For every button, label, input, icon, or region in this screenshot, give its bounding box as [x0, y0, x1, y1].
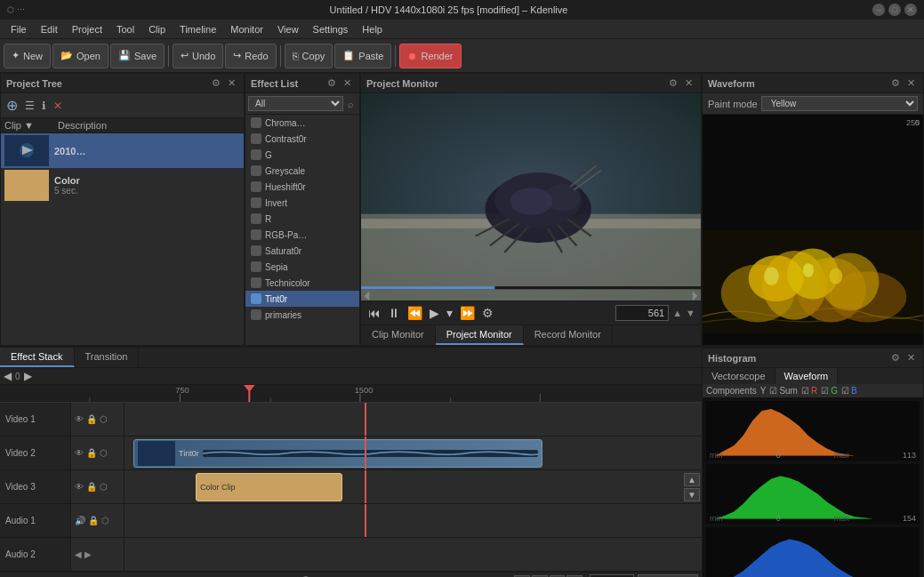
effect-hueshift[interactable]: Hueshift0r — [245, 179, 359, 195]
waveform-options-icon[interactable]: ⚙ — [888, 76, 903, 90]
comp-sum-check[interactable]: ☑ Sum — [769, 386, 798, 396]
waveform-tab[interactable]: Waveform — [775, 368, 839, 384]
paint-mode-select[interactable]: Yellow Green White — [761, 96, 918, 111]
v3-comp-btn[interactable]: ⬡ — [100, 482, 108, 492]
new-button[interactable]: ✦ New — [4, 44, 51, 68]
tl-next-button[interactable]: ▶ — [24, 370, 32, 382]
menu-monitor[interactable]: Monitor — [223, 22, 270, 36]
timecode-spinup[interactable]: ▲ — [672, 308, 682, 318]
comp-g-cb: ☑ — [821, 386, 829, 396]
menu-timeline[interactable]: Timeline — [173, 22, 223, 36]
waveform-close-icon[interactable]: ✕ — [904, 76, 918, 90]
menu-settings[interactable]: Settings — [306, 22, 356, 36]
effect-rgbpa[interactable]: RGB-Pa… — [245, 227, 359, 243]
save-button[interactable]: 💾 Save — [110, 44, 165, 68]
comp-b-check[interactable]: ☑ B — [841, 386, 857, 396]
effect-tint0r[interactable]: Tint0r — [245, 291, 359, 307]
transition-tab[interactable]: Transition — [75, 348, 140, 367]
clip-row-video[interactable]: 2010… — [1, 133, 244, 168]
histogram-close-icon[interactable]: ✕ — [904, 351, 918, 365]
effect-sepia[interactable]: Sepia — [245, 259, 359, 275]
v1-lock-btn[interactable]: 🔒 — [86, 414, 97, 424]
play-dropdown[interactable]: ▾ — [445, 304, 454, 322]
menu-file[interactable]: File — [4, 22, 34, 36]
v2-lock-btn[interactable]: 🔒 — [86, 448, 97, 458]
properties-icon[interactable]: ℹ — [39, 99, 49, 113]
v3-mute-btn[interactable]: 👁 — [75, 482, 84, 492]
a1-mute-btn[interactable]: 🔊 — [75, 516, 85, 525]
step-back-button[interactable]: ⏸ — [386, 304, 402, 322]
undo-button[interactable]: ↩ Undo — [173, 44, 223, 68]
maximize-button[interactable]: □ — [888, 4, 901, 16]
close-button[interactable]: ✕ — [904, 4, 917, 16]
menu-tool[interactable]: Tool — [109, 22, 141, 36]
add-clip-button[interactable]: ⊕ — [4, 96, 20, 115]
record-monitor-tab[interactable]: Record Monitor — [524, 325, 613, 345]
effect-invert[interactable]: Invert — [245, 195, 359, 211]
open-button[interactable]: 📂 Open — [52, 44, 108, 68]
effect-search-icon[interactable]: ⌕ — [345, 98, 357, 110]
effect-technicolor[interactable]: Technicolor — [245, 275, 359, 291]
effect-greyscale[interactable]: Greyscale — [245, 163, 359, 179]
comp-y-check[interactable]: Y — [760, 386, 767, 396]
menu-help[interactable]: Help — [355, 22, 390, 36]
filter-icon[interactable]: ☰ — [22, 99, 37, 113]
copy-button[interactable]: ⎘ Copy — [285, 44, 333, 68]
scroll-down-btn[interactable]: ▼ — [684, 488, 700, 501]
effect-chroma[interactable]: Chroma… — [245, 115, 359, 131]
v1-mute-btn[interactable]: 👁 — [75, 414, 84, 424]
a2-exp-btn[interactable]: ▶ — [84, 549, 92, 559]
v2-mute-btn[interactable]: 👁 — [75, 448, 84, 458]
a2-col-btn[interactable]: ◀ — [75, 549, 82, 559]
comp-g-check[interactable]: ☑ G — [821, 386, 838, 396]
clip-monitor-tab[interactable]: Clip Monitor — [361, 325, 436, 345]
a1-comp-btn[interactable]: ⬡ — [101, 516, 109, 525]
timeline-ruler[interactable]: 750 1500 — [0, 385, 702, 403]
effect-primaries[interactable]: primaries — [245, 307, 359, 323]
go-start-button[interactable]: ⏮ — [366, 304, 382, 322]
menu-edit[interactable]: Edit — [34, 22, 65, 36]
effect-filter-select[interactable]: All Video Audio — [248, 96, 343, 111]
effect-contrast0r[interactable]: Contrast0r — [245, 131, 359, 147]
comp-r-check[interactable]: ☑ R — [801, 386, 817, 396]
step-forward-button[interactable]: ⏩ — [458, 304, 477, 322]
panel-options-icon[interactable]: ⚙ — [209, 76, 223, 90]
menu-project[interactable]: Project — [65, 22, 109, 36]
project-tree-header: Project Tree ⚙ ✕ — [1, 74, 244, 93]
clip-row-color[interactable]: Color 5 sec. — [1, 168, 244, 203]
render-button[interactable]: ⏺ Render — [399, 44, 461, 68]
vectorscope-tab[interactable]: Vectorscope — [703, 368, 775, 384]
monitor-options-icon[interactable]: ⚙ — [666, 76, 680, 90]
v3-lock-btn[interactable]: 🔒 — [86, 482, 97, 492]
monitor-close-icon[interactable]: ✕ — [682, 76, 695, 90]
v1-comp-btn[interactable]: ⬡ — [100, 414, 108, 424]
histogram-options-icon[interactable]: ⚙ — [888, 351, 903, 365]
remove-clip-button[interactable]: ✕ — [51, 99, 65, 113]
menu-view[interactable]: View — [270, 22, 306, 36]
paste-button[interactable]: 📋 Paste — [334, 44, 391, 68]
effect-saturation[interactable]: Saturat0r — [245, 243, 359, 259]
effect-scroll-area[interactable]: Chroma… Contrast0r G Greyscale Hueshift0… — [245, 115, 359, 345]
rewind-button[interactable]: ⏪ — [406, 304, 424, 322]
color-clip[interactable]: Color Clip — [196, 473, 342, 501]
project-monitor-tab[interactable]: Project Monitor — [436, 325, 524, 345]
settings-button[interactable]: ⚙ — [480, 304, 495, 322]
effect-list-close[interactable]: ✕ — [341, 76, 354, 90]
a1-lock-btn[interactable]: 🔒 — [88, 516, 99, 525]
panel-close-icon[interactable]: ✕ — [225, 76, 238, 90]
v2-comp-btn[interactable]: ⬡ — [100, 448, 108, 458]
tint0r-clip[interactable]: Tint0r — [133, 439, 542, 468]
menu-clip[interactable]: Clip — [141, 22, 173, 36]
effect-stack-tab[interactable]: Effect Stack — [0, 348, 75, 367]
effect-r[interactable]: R — [245, 211, 359, 227]
minimize-button[interactable]: – — [872, 4, 885, 16]
play-button[interactable]: ▶ — [428, 304, 441, 322]
effect-list-options[interactable]: ⚙ — [325, 76, 339, 90]
redo-button[interactable]: ↪ Redo — [225, 44, 276, 68]
timecode-input[interactable] — [615, 305, 669, 321]
timecode-spindown[interactable]: ▼ — [686, 308, 695, 318]
scroll-up-btn[interactable]: ▲ — [684, 473, 700, 486]
tl-prev-button[interactable]: ◀ — [4, 370, 12, 382]
effect-g[interactable]: G — [245, 147, 359, 163]
tracks-area[interactable]: Tint0r Color Clip — [125, 403, 702, 572]
